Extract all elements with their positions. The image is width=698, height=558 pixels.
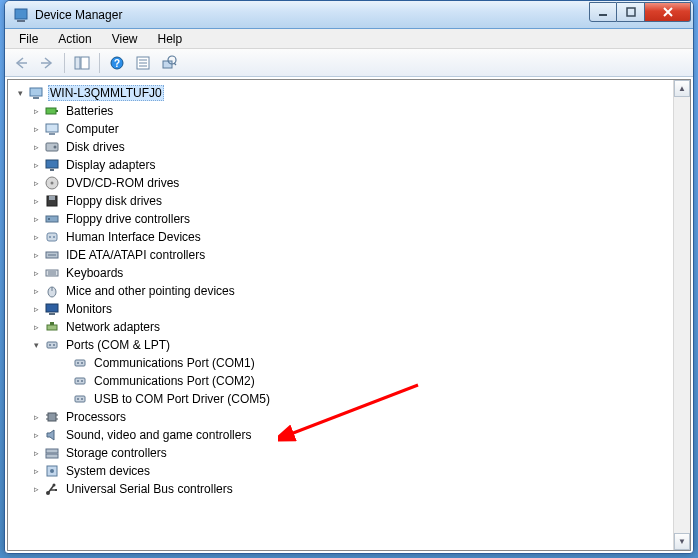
- tree-item-label[interactable]: Computer: [64, 122, 121, 136]
- tree-category[interactable]: ▹ Disk drives: [14, 138, 690, 156]
- svg-point-52: [77, 380, 79, 382]
- expand-arrow-icon[interactable]: ▹: [30, 213, 42, 225]
- tree-item-label[interactable]: USB to COM Port Driver (COM5): [92, 392, 272, 406]
- tree-root-label[interactable]: WIN-L3QMMLTUFJ0: [48, 85, 164, 101]
- tree-category[interactable]: ▹ Processors: [14, 408, 690, 426]
- tree-item-label[interactable]: Communications Port (COM2): [92, 374, 257, 388]
- scroll-down-button[interactable]: ▼: [674, 533, 690, 550]
- tree-root[interactable]: ▾ WIN-L3QMMLTUFJ0: [14, 84, 690, 102]
- titlebar[interactable]: Device Manager: [5, 1, 693, 29]
- forward-button[interactable]: [35, 52, 59, 74]
- network-icon: [44, 319, 60, 335]
- svg-rect-62: [46, 449, 58, 453]
- tree-item-label[interactable]: Floppy drive controllers: [64, 212, 192, 226]
- scan-hardware-button[interactable]: [157, 52, 181, 74]
- tree-category[interactable]: ▹ DVD/CD-ROM drives: [14, 174, 690, 192]
- svg-rect-15: [30, 88, 42, 96]
- tree-item-label[interactable]: Display adapters: [64, 158, 157, 172]
- tree-item-label[interactable]: Floppy disk drives: [64, 194, 164, 208]
- expand-arrow-icon[interactable]: ▹: [30, 321, 42, 333]
- tree-item-label[interactable]: Processors: [64, 410, 128, 424]
- expand-arrow-icon[interactable]: ▹: [30, 105, 42, 117]
- tree-item-label[interactable]: Monitors: [64, 302, 114, 316]
- tree-item-label[interactable]: Network adapters: [64, 320, 162, 334]
- maximize-button[interactable]: [617, 2, 645, 22]
- vertical-scrollbar[interactable]: ▲ ▼: [673, 80, 690, 550]
- tree-category[interactable]: ▹ Keyboards: [14, 264, 690, 282]
- tree-category[interactable]: ▹ Monitors: [14, 300, 690, 318]
- expand-arrow-icon[interactable]: ▹: [30, 159, 42, 171]
- expand-arrow-icon[interactable]: ▾: [14, 87, 26, 99]
- svg-rect-18: [56, 110, 58, 112]
- tree-item-label[interactable]: Communications Port (COM1): [92, 356, 257, 370]
- battery-icon: [44, 103, 60, 119]
- tree-item-label[interactable]: IDE ATA/ATAPI controllers: [64, 248, 207, 262]
- properties-button[interactable]: [131, 52, 155, 74]
- svg-line-14: [174, 63, 176, 65]
- tree-item-label[interactable]: DVD/CD-ROM drives: [64, 176, 181, 190]
- expand-arrow-icon[interactable]: ▾: [30, 339, 42, 351]
- expand-arrow-icon[interactable]: ▹: [30, 267, 42, 279]
- svg-rect-57: [48, 413, 56, 421]
- tree-category[interactable]: ▹ Storage controllers: [14, 444, 690, 462]
- tree-device[interactable]: ▹ Communications Port (COM2): [14, 372, 690, 390]
- expand-arrow-icon[interactable]: ▹: [30, 177, 42, 189]
- tree-category[interactable]: ▹ Floppy disk drives: [14, 192, 690, 210]
- tree-category[interactable]: ▹ Mice and other pointing devices: [14, 282, 690, 300]
- scroll-track[interactable]: [674, 97, 690, 533]
- svg-rect-29: [46, 216, 58, 222]
- expand-arrow-icon[interactable]: ▹: [30, 429, 42, 441]
- tree-category[interactable]: ▹ Floppy drive controllers: [14, 210, 690, 228]
- expand-arrow-icon[interactable]: ▹: [30, 483, 42, 495]
- back-button[interactable]: [9, 52, 33, 74]
- expand-arrow-icon[interactable]: ▹: [30, 231, 42, 243]
- expand-arrow-icon[interactable]: ▹: [30, 285, 42, 297]
- tree-category[interactable]: ▹ Display adapters: [14, 156, 690, 174]
- tree-device[interactable]: ▹ USB to COM Port Driver (COM5): [14, 390, 690, 408]
- tree-item-label[interactable]: Ports (COM & LPT): [64, 338, 172, 352]
- tree-item-label[interactable]: Disk drives: [64, 140, 127, 154]
- tree-category[interactable]: ▹ Universal Serial Bus controllers: [14, 480, 690, 498]
- scroll-up-button[interactable]: ▲: [674, 80, 690, 97]
- expand-arrow-icon[interactable]: ▹: [30, 141, 42, 153]
- tree-item-label[interactable]: Universal Serial Bus controllers: [64, 482, 235, 496]
- tree-category[interactable]: ▹ Human Interface Devices: [14, 228, 690, 246]
- app-icon: [13, 7, 29, 23]
- svg-rect-48: [75, 360, 85, 366]
- show-hide-tree-button[interactable]: [70, 52, 94, 74]
- tree-category[interactable]: ▹ IDE ATA/ATAPI controllers: [14, 246, 690, 264]
- menu-help[interactable]: Help: [148, 30, 193, 48]
- tree-item-label[interactable]: Batteries: [64, 104, 115, 118]
- tree-category[interactable]: ▹ Network adapters: [14, 318, 690, 336]
- tree-category[interactable]: ▹ Batteries: [14, 102, 690, 120]
- menu-view[interactable]: View: [102, 30, 148, 48]
- expand-arrow-icon[interactable]: ▹: [30, 447, 42, 459]
- expand-arrow-icon[interactable]: ▹: [30, 303, 42, 315]
- expand-arrow-icon[interactable]: ▹: [30, 465, 42, 477]
- menu-action[interactable]: Action: [48, 30, 101, 48]
- tree-item-label[interactable]: Sound, video and game controllers: [64, 428, 253, 442]
- window-title: Device Manager: [35, 8, 589, 22]
- tree-device[interactable]: ▹ Communications Port (COM1): [14, 354, 690, 372]
- expand-arrow-icon[interactable]: ▹: [30, 411, 42, 423]
- tree-category[interactable]: ▹ Sound, video and game controllers: [14, 426, 690, 444]
- expand-arrow-icon[interactable]: ▹: [30, 249, 42, 261]
- tree-item-label[interactable]: Mice and other pointing devices: [64, 284, 237, 298]
- close-button[interactable]: [645, 2, 691, 22]
- minimize-button[interactable]: [589, 2, 617, 22]
- tree-item-label[interactable]: Human Interface Devices: [64, 230, 203, 244]
- menu-file[interactable]: File: [9, 30, 48, 48]
- tree-item-label[interactable]: System devices: [64, 464, 152, 478]
- port-icon: [44, 337, 60, 353]
- tree-category[interactable]: ▹ System devices: [14, 462, 690, 480]
- svg-rect-43: [47, 325, 57, 330]
- svg-rect-23: [46, 160, 58, 168]
- tree-item-label[interactable]: Keyboards: [64, 266, 125, 280]
- tree-item-label[interactable]: Storage controllers: [64, 446, 169, 460]
- tree-category[interactable]: ▾ Ports (COM & LPT): [14, 336, 690, 354]
- expand-arrow-icon[interactable]: ▹: [30, 195, 42, 207]
- toolbar-sep: [99, 53, 100, 73]
- expand-arrow-icon[interactable]: ▹: [30, 123, 42, 135]
- tree-category[interactable]: ▹ Computer: [14, 120, 690, 138]
- help-button[interactable]: ?: [105, 52, 129, 74]
